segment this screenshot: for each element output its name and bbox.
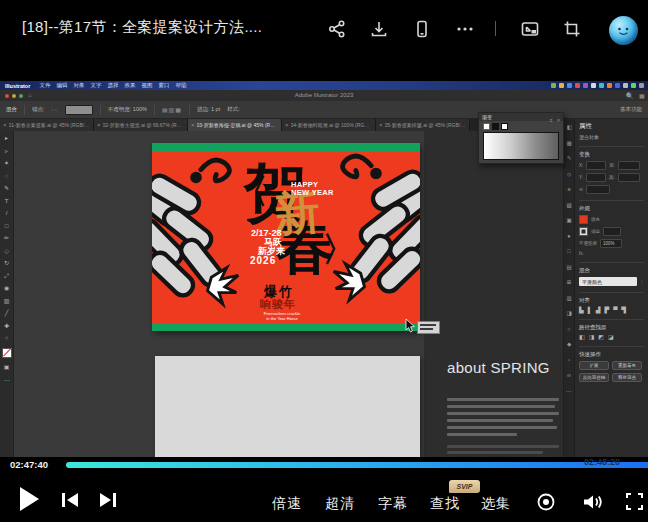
share-icon[interactable] <box>327 19 347 39</box>
menu-effect[interactable]: 效果 <box>124 82 135 89</box>
next-episode-button[interactable] <box>98 491 118 509</box>
tab-close-icon[interactable]: × <box>285 122 289 128</box>
tool-zoom-icon[interactable]: ○ <box>5 335 9 341</box>
black-swatch[interactable] <box>492 123 499 130</box>
style-option[interactable]: 样式: <box>227 106 240 113</box>
tool-rectangle-icon[interactable]: □ <box>5 223 9 229</box>
tool-blend-icon[interactable]: ◉ <box>4 285 9 291</box>
intersect-icon[interactable]: ◩ <box>598 334 604 340</box>
workspace-label[interactable]: 基本功能 <box>620 106 642 113</box>
panel-navigator-icon[interactable]: ◆ <box>567 342 571 348</box>
panel-transparency-icon[interactable]: ▣ <box>566 218 571 224</box>
tool-rotate-icon[interactable]: ↻ <box>4 260 9 266</box>
panel-graphic-styles-icon[interactable]: □ <box>567 249 570 255</box>
doc-tab-5[interactable]: × 05-新春提案排版.ai @ 45% (RGB/预览) <box>376 119 470 131</box>
anchor-convert-icons[interactable]: ◦◦ <box>52 107 58 113</box>
doc-tab-4[interactable]: × 04-新春物料延展.ai @ 100% (RGB/预览) <box>282 119 376 131</box>
tab-close-icon[interactable]: × <box>3 122 7 128</box>
tool-scale-icon[interactable]: ⤢ <box>4 273 9 279</box>
fill-swatch[interactable] <box>579 215 588 224</box>
exclude-icon[interactable]: ◪ <box>608 334 614 340</box>
tool-pen-icon[interactable]: ✎ <box>4 185 9 191</box>
tool-pencil-icon[interactable]: ◇ <box>4 248 9 254</box>
options-input[interactable] <box>65 105 93 115</box>
menu-object[interactable]: 对象 <box>73 82 84 89</box>
panel-links-icon[interactable]: ∞ <box>567 373 571 379</box>
align-center-icon[interactable]: ▌ <box>588 307 592 313</box>
tool-eyedropper-icon[interactable]: ╱ <box>5 310 9 316</box>
panel-swatches-icon[interactable]: ▦ <box>566 141 571 147</box>
tool-gradient-icon[interactable]: ▥ <box>4 298 10 304</box>
tool-lasso-icon[interactable]: ◌ <box>5 173 9 179</box>
panel-actions-icon[interactable]: ▫ <box>568 358 570 364</box>
align-middle-icon[interactable]: ▀ <box>613 307 617 313</box>
fill-stroke-swatch[interactable] <box>2 348 12 358</box>
expand-button[interactable]: 扩展 <box>579 361 609 370</box>
panel-layers-icon[interactable]: ▤ <box>566 265 571 271</box>
more-icon[interactable] <box>455 19 475 39</box>
stroke-option[interactable]: 描边: 1 pt <box>197 106 220 113</box>
align-bottom-icon[interactable]: ▜ <box>621 307 626 313</box>
doc-tab-3-active[interactable]: × 03-贺新春海报-定稿.ai @ 45% (RGB/预览) <box>188 119 282 131</box>
panel-close-icon[interactable]: × <box>557 117 560 123</box>
panel-brushes-icon[interactable]: ✎ <box>567 156 572 162</box>
y-input[interactable] <box>586 173 606 182</box>
x-input[interactable] <box>586 161 606 170</box>
blend-options-icon[interactable]: ⋮ <box>640 279 645 284</box>
tool-hand-icon[interactable]: ✚ <box>4 323 9 329</box>
tool-direct-selection-icon[interactable]: ▹ <box>5 148 8 154</box>
blend-mode-select[interactable]: 平滑颜色 <box>579 277 637 286</box>
stroke-swatch[interactable] <box>579 227 588 236</box>
unite-icon[interactable]: ◧ <box>579 334 585 340</box>
tab-close-icon[interactable]: × <box>191 122 195 128</box>
minus-front-icon[interactable]: ◨ <box>589 334 595 340</box>
phone-mirror-icon[interactable] <box>412 19 432 39</box>
doc-tab-1[interactable]: × 01-新春全案提案.ai @ 45% (RGB/预览) <box>0 119 94 131</box>
menu-select[interactable]: 选择 <box>107 82 118 89</box>
menu-file[interactable]: 文件 <box>39 82 50 89</box>
rotation-input[interactable] <box>586 185 610 194</box>
doc-tab-2[interactable]: × 02-贺新春主视觉.ai @ 66.67% (RGB/预览) <box>94 119 188 131</box>
screen-mode-icon[interactable]: ⋯ <box>4 377 10 383</box>
stroke-weight-input[interactable] <box>603 227 621 236</box>
speed-menu[interactable]: 倍速 <box>272 495 302 513</box>
panel-align-icon[interactable]: ▥ <box>566 296 571 302</box>
align-top-icon[interactable]: ▛ <box>605 307 610 313</box>
panel-info-icon[interactable]: ○ <box>567 327 570 333</box>
gradient-preview[interactable] <box>483 132 559 160</box>
panel-stroke-icon[interactable]: ≡ <box>567 187 570 193</box>
search-menu[interactable]: 查找 <box>430 495 460 513</box>
menu-window[interactable]: 窗口 <box>158 82 169 89</box>
play-button[interactable] <box>18 486 40 512</box>
reverse-spine-button[interactable]: 反向混合轴 <box>579 373 609 382</box>
fullscreen-icon[interactable] <box>626 493 643 510</box>
menu-help[interactable]: 帮助 <box>175 82 186 89</box>
menu-type[interactable]: 文字 <box>90 82 101 89</box>
canvas[interactable]: about SPRING <box>14 131 563 457</box>
panel-color-icon[interactable]: ◧ <box>566 125 571 131</box>
previous-episode-button[interactable] <box>60 491 80 509</box>
tool-magic-wand-icon[interactable]: ✶ <box>4 160 9 166</box>
align-right-icon[interactable]: ▟ <box>596 307 601 313</box>
quality-menu[interactable]: 超清 <box>325 495 355 513</box>
fx-icon[interactable]: fx. <box>579 251 584 256</box>
screenshot-crop-icon[interactable] <box>562 19 582 39</box>
align-left-icon[interactable]: ▙ <box>579 307 584 313</box>
tool-line-icon[interactable]: / <box>6 210 8 216</box>
none-swatch[interactable] <box>483 123 490 130</box>
release-blend-button[interactable]: 释放混合 <box>612 373 642 382</box>
screen-record-icon[interactable] <box>536 492 556 512</box>
episodes-menu[interactable]: 选集 <box>481 495 511 513</box>
workspace-switch-icon[interactable]: ▦ <box>639 92 645 99</box>
volume-icon[interactable] <box>582 492 603 512</box>
video-frame[interactable]: Illustrator 文件 编辑 对象 文字 选择 效果 视图 窗口 帮助 ⌂… <box>0 56 648 457</box>
panel-gradient-icon[interactable]: ▨ <box>566 203 571 209</box>
tab-close-icon[interactable]: × <box>97 122 101 128</box>
user-avatar[interactable] <box>609 16 638 45</box>
white-swatch[interactable] <box>501 123 508 130</box>
panel-appearance-icon[interactable]: ● <box>567 234 570 240</box>
tool-paintbrush-icon[interactable]: ✏ <box>4 235 9 241</box>
panel-more-icon[interactable]: ⋯ <box>566 389 572 395</box>
subtitles-menu[interactable]: 字幕 <box>378 495 408 513</box>
tab-close-icon[interactable]: × <box>379 122 383 128</box>
